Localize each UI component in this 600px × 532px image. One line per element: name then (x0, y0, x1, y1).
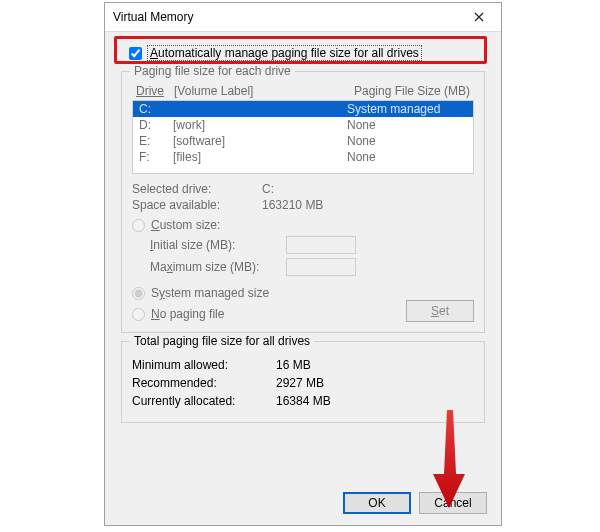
maximum-size-input[interactable] (286, 258, 356, 276)
header-drive: Drive (136, 84, 164, 98)
system-managed-radio[interactable] (132, 287, 145, 300)
min-label: Minimum allowed: (132, 358, 264, 372)
header-size: Paging File Size (MB) (354, 84, 470, 98)
cancel-button[interactable]: Cancel (419, 492, 487, 514)
dialog-footer: OK Cancel (343, 492, 487, 514)
totals-legend: Total paging file size for all drives (130, 334, 314, 348)
drive-volume-label: [work] (173, 118, 347, 132)
maximum-size-label: Maximum size (MB): (150, 260, 276, 274)
auto-manage-checkbox[interactable] (129, 47, 142, 60)
drive-list-header: Drive [Volume Label] Paging File Size (M… (132, 84, 474, 98)
min-value: 16 MB (276, 358, 311, 372)
titlebar: Virtual Memory (105, 3, 501, 32)
drive-paging-size: None (347, 118, 467, 132)
drive-letter: E: (139, 134, 173, 148)
drive-row[interactable]: F:[files]None (133, 149, 473, 165)
drive-list[interactable]: C:System managedD:[work]NoneE:[software]… (132, 100, 474, 174)
no-paging-radio[interactable] (132, 308, 145, 321)
drives-legend: Paging file size for each drive (130, 64, 295, 78)
cur-label: Currently allocated: (132, 394, 264, 408)
space-value: 163210 MB (262, 198, 323, 212)
custom-size-label: Custom size: (151, 218, 220, 232)
drive-letter: F: (139, 150, 173, 164)
rec-value: 2927 MB (276, 376, 324, 390)
selected-drive-label: Selected drive: (132, 182, 252, 196)
initial-size-input[interactable] (286, 236, 356, 254)
drive-volume-label (173, 102, 347, 116)
drive-volume-label: [files] (173, 150, 347, 164)
virtual-memory-dialog: Virtual Memory Automatically manage pagi… (104, 2, 502, 526)
header-volume: [Volume Label] (174, 84, 253, 98)
system-managed-label: System managed size (151, 286, 269, 300)
initial-size-label: Initial size (MB): (150, 238, 276, 252)
drive-row[interactable]: C:System managed (133, 101, 473, 117)
drive-paging-size: System managed (347, 102, 467, 116)
space-label: Space available: (132, 198, 252, 212)
rec-label: Recommended: (132, 376, 264, 390)
custom-size-radio[interactable] (132, 219, 145, 232)
drive-letter: D: (139, 118, 173, 132)
drive-row[interactable]: E:[software]None (133, 133, 473, 149)
drive-letter: C: (139, 102, 173, 116)
drive-row[interactable]: D:[work]None (133, 117, 473, 133)
no-paging-label: No paging file (151, 307, 224, 321)
selected-drive-value: C: (262, 182, 274, 196)
totals-group: Total paging file size for all drives Mi… (121, 341, 485, 423)
auto-manage-row: Automatically manage paging file size fo… (117, 40, 489, 65)
drive-paging-size: None (347, 134, 467, 148)
cur-value: 16384 MB (276, 394, 331, 408)
set-button[interactable]: Set (406, 300, 474, 322)
drive-paging-size: None (347, 150, 467, 164)
drives-group: Paging file size for each drive Drive [V… (121, 71, 485, 333)
window-title: Virtual Memory (113, 10, 193, 24)
ok-button[interactable]: OK (343, 492, 411, 514)
auto-manage-label[interactable]: Automatically manage paging file size fo… (147, 45, 422, 61)
drive-volume-label: [software] (173, 134, 347, 148)
close-icon[interactable] (457, 3, 501, 31)
